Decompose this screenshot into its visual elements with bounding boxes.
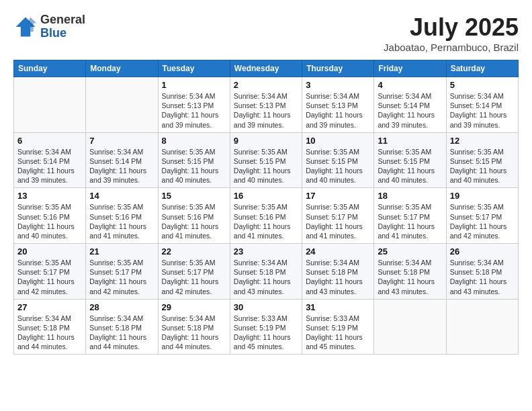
calendar-cell: 20Sunrise: 5:35 AM Sunset: 5:17 PM Dayli…: [14, 244, 86, 300]
day-header-tuesday: Tuesday: [158, 60, 230, 77]
day-number: 4: [378, 80, 442, 90]
day-info: Sunrise: 5:34 AM Sunset: 5:18 PM Dayligh…: [450, 258, 515, 296]
day-number: 9: [234, 136, 298, 146]
calendar-cell: 2Sunrise: 5:34 AM Sunset: 5:13 PM Daylig…: [230, 77, 302, 133]
calendar-table: SundayMondayTuesdayWednesdayThursdayFrid…: [13, 60, 519, 355]
day-number: 7: [89, 136, 154, 146]
day-number: 22: [162, 246, 226, 257]
calendar-cell: 22Sunrise: 5:35 AM Sunset: 5:17 PM Dayli…: [158, 244, 230, 300]
day-info: Sunrise: 5:34 AM Sunset: 5:14 PM Dayligh…: [450, 91, 515, 130]
day-info: Sunrise: 5:35 AM Sunset: 5:15 PM Dayligh…: [162, 147, 226, 185]
day-number: 18: [378, 191, 442, 201]
day-info: Sunrise: 5:35 AM Sunset: 5:17 PM Dayligh…: [450, 202, 515, 240]
calendar-cell: 7Sunrise: 5:34 AM Sunset: 5:14 PM Daylig…: [86, 132, 158, 188]
day-number: 19: [450, 191, 515, 201]
day-info: Sunrise: 5:35 AM Sunset: 5:15 PM Dayligh…: [234, 147, 298, 185]
logo-text: General Blue: [40, 13, 85, 40]
calendar-cell: 12Sunrise: 5:35 AM Sunset: 5:15 PM Dayli…: [446, 132, 518, 188]
day-info: Sunrise: 5:33 AM Sunset: 5:19 PM Dayligh…: [306, 314, 370, 352]
calendar-cell: 18Sunrise: 5:35 AM Sunset: 5:17 PM Dayli…: [374, 188, 446, 244]
calendar-title: July 2025: [384, 13, 519, 42]
day-number: 14: [89, 191, 154, 201]
calendar-cell: 23Sunrise: 5:34 AM Sunset: 5:18 PM Dayli…: [230, 244, 302, 300]
day-header-monday: Monday: [86, 60, 158, 77]
day-info: Sunrise: 5:35 AM Sunset: 5:16 PM Dayligh…: [89, 202, 154, 240]
calendar-cell: 9Sunrise: 5:35 AM Sunset: 5:15 PM Daylig…: [230, 132, 302, 188]
calendar-cell: 3Sunrise: 5:34 AM Sunset: 5:13 PM Daylig…: [302, 77, 374, 133]
calendar-cell: 4Sunrise: 5:34 AM Sunset: 5:14 PM Daylig…: [374, 77, 446, 133]
calendar-cell: 24Sunrise: 5:34 AM Sunset: 5:18 PM Dayli…: [302, 244, 374, 300]
calendar-week-2: 6Sunrise: 5:34 AM Sunset: 5:14 PM Daylig…: [14, 132, 519, 188]
day-number: 21: [89, 246, 154, 257]
calendar-location: Jaboatao, Pernambuco, Brazil: [384, 42, 519, 53]
calendar-cell: 11Sunrise: 5:35 AM Sunset: 5:15 PM Dayli…: [374, 132, 446, 188]
day-info: Sunrise: 5:34 AM Sunset: 5:18 PM Dayligh…: [306, 258, 370, 296]
day-info: Sunrise: 5:34 AM Sunset: 5:18 PM Dayligh…: [162, 314, 226, 352]
day-number: 13: [17, 191, 82, 201]
day-info: Sunrise: 5:35 AM Sunset: 5:17 PM Dayligh…: [89, 258, 154, 296]
day-info: Sunrise: 5:34 AM Sunset: 5:14 PM Dayligh…: [89, 147, 154, 185]
day-number: 2: [234, 80, 298, 90]
day-info: Sunrise: 5:35 AM Sunset: 5:17 PM Dayligh…: [162, 258, 226, 296]
day-info: Sunrise: 5:34 AM Sunset: 5:13 PM Dayligh…: [306, 91, 370, 130]
day-number: 30: [234, 302, 298, 312]
calendar-cell: 31Sunrise: 5:33 AM Sunset: 5:19 PM Dayli…: [302, 299, 374, 355]
day-info: Sunrise: 5:34 AM Sunset: 5:18 PM Dayligh…: [378, 258, 442, 296]
day-info: Sunrise: 5:34 AM Sunset: 5:13 PM Dayligh…: [162, 91, 226, 130]
day-info: Sunrise: 5:35 AM Sunset: 5:16 PM Dayligh…: [17, 202, 82, 240]
day-info: Sunrise: 5:35 AM Sunset: 5:17 PM Dayligh…: [306, 202, 370, 240]
calendar-week-1: 1Sunrise: 5:34 AM Sunset: 5:13 PM Daylig…: [14, 77, 519, 133]
title-block: July 2025 Jaboatao, Pernambuco, Brazil: [384, 13, 519, 53]
day-info: Sunrise: 5:34 AM Sunset: 5:13 PM Dayligh…: [234, 91, 298, 130]
day-number: 20: [17, 246, 82, 257]
day-number: 17: [306, 191, 370, 201]
calendar-week-5: 27Sunrise: 5:34 AM Sunset: 5:18 PM Dayli…: [14, 299, 519, 355]
logo-general: General: [40, 13, 85, 26]
calendar-week-3: 13Sunrise: 5:35 AM Sunset: 5:16 PM Dayli…: [14, 188, 519, 244]
day-number: 1: [162, 80, 226, 90]
calendar-cell: 27Sunrise: 5:34 AM Sunset: 5:18 PM Dayli…: [14, 299, 86, 355]
calendar-week-4: 20Sunrise: 5:35 AM Sunset: 5:17 PM Dayli…: [14, 244, 519, 300]
calendar-cell: 6Sunrise: 5:34 AM Sunset: 5:14 PM Daylig…: [14, 132, 86, 188]
day-info: Sunrise: 5:35 AM Sunset: 5:17 PM Dayligh…: [17, 258, 82, 296]
day-number: 26: [450, 246, 515, 257]
calendar-cell: [86, 77, 158, 133]
calendar-cell: 28Sunrise: 5:34 AM Sunset: 5:18 PM Dayli…: [86, 299, 158, 355]
day-info: Sunrise: 5:34 AM Sunset: 5:18 PM Dayligh…: [89, 314, 154, 352]
day-number: 12: [450, 136, 515, 146]
day-number: 6: [17, 136, 82, 146]
calendar-cell: 30Sunrise: 5:33 AM Sunset: 5:19 PM Dayli…: [230, 299, 302, 355]
day-number: 16: [234, 191, 298, 201]
calendar-cell: 5Sunrise: 5:34 AM Sunset: 5:14 PM Daylig…: [446, 77, 518, 133]
day-number: 23: [234, 246, 298, 257]
calendar-cell: 15Sunrise: 5:35 AM Sunset: 5:16 PM Dayli…: [158, 188, 230, 244]
day-info: Sunrise: 5:34 AM Sunset: 5:14 PM Dayligh…: [378, 91, 442, 130]
calendar-cell: 8Sunrise: 5:35 AM Sunset: 5:15 PM Daylig…: [158, 132, 230, 188]
day-info: Sunrise: 5:35 AM Sunset: 5:16 PM Dayligh…: [162, 202, 226, 240]
calendar-cell: 26Sunrise: 5:34 AM Sunset: 5:18 PM Dayli…: [446, 244, 518, 300]
day-number: 24: [306, 246, 370, 257]
day-header-friday: Friday: [374, 60, 446, 77]
day-number: 29: [162, 302, 226, 312]
calendar-cell: 21Sunrise: 5:35 AM Sunset: 5:17 PM Dayli…: [86, 244, 158, 300]
calendar-cell: [14, 77, 86, 133]
day-number: 15: [162, 191, 226, 201]
day-number: 31: [306, 302, 370, 312]
day-info: Sunrise: 5:35 AM Sunset: 5:15 PM Dayligh…: [306, 147, 370, 185]
day-number: 27: [17, 302, 82, 312]
calendar-cell: 10Sunrise: 5:35 AM Sunset: 5:15 PM Dayli…: [302, 132, 374, 188]
day-header-saturday: Saturday: [446, 60, 518, 77]
day-header-sunday: Sunday: [14, 60, 86, 77]
day-info: Sunrise: 5:35 AM Sunset: 5:16 PM Dayligh…: [234, 202, 298, 240]
day-number: 10: [306, 136, 370, 146]
day-number: 5: [450, 80, 515, 90]
calendar-cell: 25Sunrise: 5:34 AM Sunset: 5:18 PM Dayli…: [374, 244, 446, 300]
calendar-cell: [446, 299, 518, 355]
day-header-thursday: Thursday: [302, 60, 374, 77]
logo-icon: [13, 15, 38, 39]
logo-blue: Blue: [40, 26, 66, 40]
day-number: 3: [306, 80, 370, 90]
logo: General Blue: [13, 13, 85, 40]
day-number: 28: [89, 302, 154, 312]
day-info: Sunrise: 5:33 AM Sunset: 5:19 PM Dayligh…: [234, 314, 298, 352]
